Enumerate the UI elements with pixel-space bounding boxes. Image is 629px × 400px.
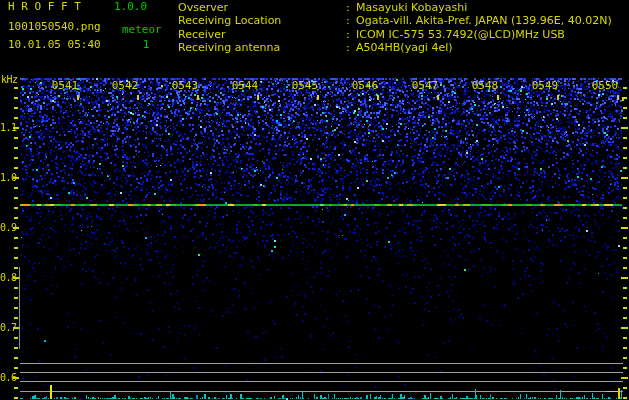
time-tick-label: 0549 bbox=[530, 79, 560, 92]
time-tick-label: 0548 bbox=[470, 79, 500, 92]
info-value: Ogata-vill. Akita-Pref. JAPAN (139.96E, … bbox=[356, 14, 612, 27]
info-label: Receiving antenna bbox=[178, 41, 346, 54]
time-tick-label: 0546 bbox=[350, 79, 380, 92]
info-colon: : bbox=[346, 41, 356, 54]
time-tick-label: 0550 bbox=[590, 79, 620, 92]
freq-tick-label: 1.1 bbox=[0, 122, 17, 133]
freq-tick-label: 0.6 bbox=[0, 372, 17, 383]
info-colon: : bbox=[346, 28, 356, 41]
time-tick-label: 0541 bbox=[50, 79, 80, 92]
app-title: H R O F F T bbox=[8, 1, 81, 13]
hrofft-screen: H R O F F T 1.0.0 1001050540.png meteor … bbox=[0, 0, 629, 400]
info-value: ICOM IC-575 53.7492(@LCD)MHz USB bbox=[356, 28, 565, 41]
meteor-counter-value: 1 bbox=[138, 39, 154, 51]
freq-tick-label: 1.0 bbox=[0, 172, 17, 183]
info-label: Receiving Location bbox=[178, 14, 346, 27]
freq-tick-label: 0.8 bbox=[0, 272, 17, 283]
observer-info-block: Ovserver:Masayuki Kobayashi Receiving Lo… bbox=[178, 1, 612, 54]
observation-datetime: 10.01.05 05:40 bbox=[8, 39, 101, 51]
info-colon: : bbox=[346, 14, 356, 27]
info-value: Masayuki Kobayashi bbox=[356, 1, 467, 14]
info-colon: : bbox=[346, 1, 356, 14]
time-tick-label: 0547 bbox=[410, 79, 440, 92]
info-label: Receiver bbox=[178, 28, 346, 41]
info-line-location: Receiving Location:Ogata-vill. Akita-Pre… bbox=[178, 14, 612, 27]
y-axis-unit-label: kHz bbox=[1, 74, 18, 85]
time-tick-label: 0543 bbox=[170, 79, 200, 92]
freq-tick-label: 0.9 bbox=[0, 222, 17, 233]
info-value: A504HB(yagi 4el) bbox=[356, 41, 453, 54]
freq-tick-label: 0.7 bbox=[0, 322, 17, 333]
info-label: Ovserver bbox=[178, 1, 346, 14]
info-line-receiver: Receiver:ICOM IC-575 53.7492(@LCD)MHz US… bbox=[178, 28, 612, 41]
info-line-observer: Ovserver:Masayuki Kobayashi bbox=[178, 1, 612, 14]
time-tick-label: 0545 bbox=[290, 79, 320, 92]
info-line-antenna: Receiving antenna:A504HB(yagi 4el) bbox=[178, 41, 612, 54]
time-tick-label: 0542 bbox=[110, 79, 140, 92]
spectrogram-canvas bbox=[0, 0, 629, 400]
output-filename: 1001050540.png bbox=[8, 21, 101, 33]
app-version: 1.0.0 bbox=[114, 1, 147, 13]
meteor-counter-label: meteor bbox=[122, 24, 162, 36]
time-tick-label: 0544 bbox=[230, 79, 260, 92]
